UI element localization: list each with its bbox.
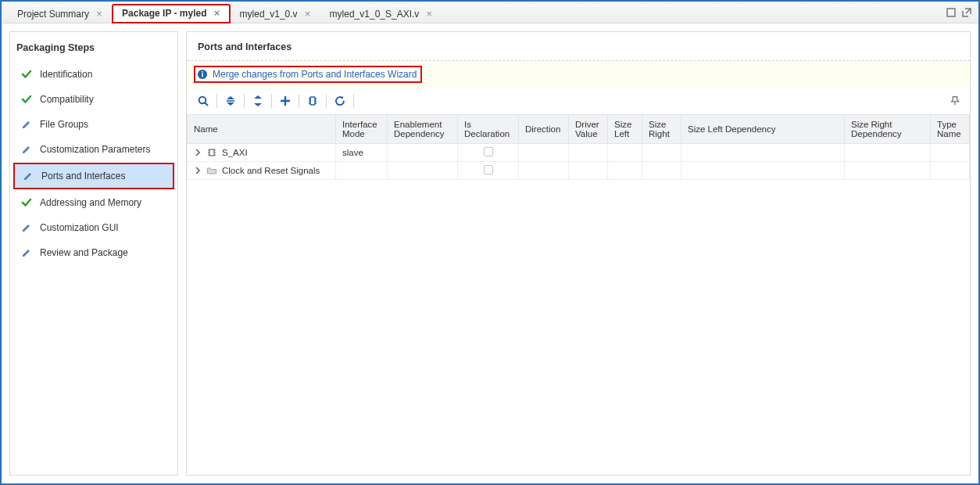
cell-size-right xyxy=(642,162,681,180)
panel-title: Ports and Interfaces xyxy=(187,32,970,60)
merge-changes-link[interactable]: Merge changes from Ports and Interfaces … xyxy=(213,69,417,80)
step-review-and-package[interactable]: Review and Package xyxy=(13,241,174,264)
expand-all-icon[interactable] xyxy=(248,91,268,111)
step-label: Addressing and Memory xyxy=(40,197,141,208)
table-row[interactable]: S_AXI slave xyxy=(188,144,970,162)
maximize-icon[interactable] xyxy=(946,7,957,18)
col-enablement-dependency[interactable]: Enablement Dependency xyxy=(388,115,458,144)
step-customization-gui[interactable]: Customization GUI xyxy=(13,216,174,239)
close-icon[interactable]: × xyxy=(94,9,105,20)
pencil-icon xyxy=(21,247,32,258)
svg-rect-3 xyxy=(202,71,203,73)
pencil-icon xyxy=(21,144,32,155)
col-type-name[interactable]: Type Name xyxy=(931,115,970,144)
table-row[interactable]: Clock and Reset Signals xyxy=(188,162,970,180)
tab-label: myled_v1_0_S_AXI.v xyxy=(330,9,424,20)
check-icon xyxy=(21,94,32,105)
auto-infer-icon[interactable] xyxy=(302,91,323,111)
tab-myled-v1-0-s-axi[interactable]: myled_v1_0_S_AXI.v × xyxy=(320,4,442,23)
cell-interface-mode: slave xyxy=(336,144,388,162)
check-icon xyxy=(21,69,32,80)
cell-enablement-dependency xyxy=(388,144,458,162)
step-label: Customization Parameters xyxy=(40,144,150,155)
folder-icon xyxy=(206,165,217,176)
table-header-row: Name Interface Mode Enablement Dependenc… xyxy=(188,115,970,144)
window-controls xyxy=(946,7,978,18)
info-icon xyxy=(197,69,208,80)
col-size-left[interactable]: Size Left xyxy=(608,115,642,144)
step-label: Compatibility xyxy=(40,94,94,105)
col-driver-value[interactable]: Driver Value xyxy=(569,115,608,144)
col-interface-mode[interactable]: Interface Mode xyxy=(336,115,388,144)
cell-enablement-dependency xyxy=(388,162,458,180)
tab-label: Package IP - myled xyxy=(122,8,212,19)
step-label: Review and Package xyxy=(40,247,128,258)
cell-direction xyxy=(519,162,569,180)
step-customization-parameters[interactable]: Customization Parameters xyxy=(13,138,174,161)
ports-table: Name Interface Mode Enablement Dependenc… xyxy=(187,114,970,180)
cell-direction xyxy=(519,144,569,162)
step-label: Identification xyxy=(40,69,92,80)
tab-project-summary[interactable]: Project Summary × xyxy=(8,4,112,23)
cell-size-left-dep xyxy=(681,162,845,180)
svg-rect-6 xyxy=(310,97,315,105)
check-icon xyxy=(21,197,32,208)
col-is-declaration[interactable]: Is Declaration xyxy=(458,115,519,144)
pencil-icon xyxy=(21,119,32,130)
cell-size-right-dep xyxy=(845,162,931,180)
cell-size-right-dep xyxy=(845,144,931,162)
svg-point-4 xyxy=(199,97,206,104)
close-icon[interactable]: × xyxy=(302,9,313,20)
checkbox[interactable] xyxy=(484,147,493,156)
bus-interface-icon xyxy=(206,147,217,158)
step-compatibility[interactable]: Compatibility xyxy=(13,88,174,111)
step-ports-and-interfaces[interactable]: Ports and Interfaces xyxy=(13,163,174,189)
close-icon[interactable]: × xyxy=(424,9,435,20)
col-direction[interactable]: Direction xyxy=(519,115,569,144)
cell-type-name xyxy=(931,162,970,180)
cell-is-declaration xyxy=(458,162,519,180)
cell-interface-mode xyxy=(336,162,388,180)
cell-type-name xyxy=(931,144,970,162)
popout-icon[interactable] xyxy=(961,7,972,18)
pin-icon[interactable] xyxy=(946,92,964,110)
cell-size-right xyxy=(642,144,681,162)
cell-driver-value xyxy=(569,162,608,180)
close-icon[interactable]: × xyxy=(212,8,223,19)
chevron-right-icon[interactable] xyxy=(194,149,202,156)
toolbar xyxy=(187,88,970,114)
step-addressing-and-memory[interactable]: Addressing and Memory xyxy=(13,191,174,214)
checkbox[interactable] xyxy=(484,165,493,174)
tab-package-ip[interactable]: Package IP - myled × xyxy=(112,4,231,23)
cell-size-left xyxy=(608,162,642,180)
cell-driver-value xyxy=(569,144,608,162)
step-label: Ports and Interfaces xyxy=(41,171,125,181)
step-label: File Groups xyxy=(40,119,88,130)
col-name[interactable]: Name xyxy=(188,115,336,144)
col-size-left-dep[interactable]: Size Left Dependency xyxy=(681,115,845,144)
notice-bar: Merge changes from Ports and Interfaces … xyxy=(187,61,970,88)
cell-size-left-dep xyxy=(681,144,845,162)
step-label: Customization GUI xyxy=(40,222,119,233)
col-size-right[interactable]: Size Right xyxy=(642,115,681,144)
chevron-right-icon[interactable] xyxy=(194,167,202,174)
pencil-icon xyxy=(21,222,32,233)
refresh-icon[interactable] xyxy=(330,91,350,111)
cell-size-left xyxy=(608,144,642,162)
add-icon[interactable] xyxy=(275,91,295,111)
svg-rect-0 xyxy=(947,9,955,16)
ports-interfaces-panel: Ports and Interfaces Merge changes from … xyxy=(186,31,971,476)
step-identification[interactable]: Identification xyxy=(13,63,174,86)
cell-name: S_AXI xyxy=(222,148,248,157)
search-icon[interactable] xyxy=(193,91,213,111)
tab-label: Project Summary xyxy=(17,9,94,20)
col-size-right-dep[interactable]: Size Right Dependency xyxy=(845,115,931,144)
tab-myled-v1-0[interactable]: myled_v1_0.v × xyxy=(231,4,320,23)
pencil-icon xyxy=(23,171,34,181)
tab-label: myled_v1_0.v xyxy=(240,9,302,20)
step-file-groups[interactable]: File Groups xyxy=(13,113,174,136)
svg-rect-2 xyxy=(202,74,203,77)
collapse-all-icon[interactable] xyxy=(220,91,241,111)
svg-rect-5 xyxy=(227,100,234,102)
content-area: Packaging Steps Identification Compatibi… xyxy=(2,23,978,483)
